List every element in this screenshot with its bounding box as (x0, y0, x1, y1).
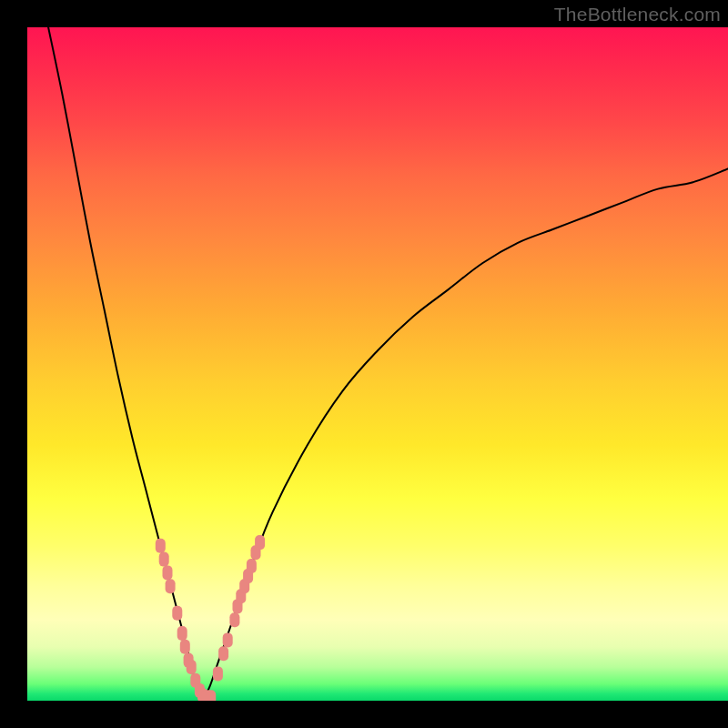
marker-group (156, 535, 265, 701)
data-marker (187, 660, 197, 674)
data-marker (213, 666, 223, 681)
curve-left-branch (48, 27, 202, 701)
data-marker (218, 646, 228, 661)
data-marker (229, 612, 239, 627)
data-marker (206, 690, 216, 701)
data-marker (156, 539, 166, 553)
curve-layer (27, 27, 728, 701)
chart-frame: TheBottleneck.com (0, 0, 728, 728)
data-marker (223, 632, 233, 647)
plot-area (27, 27, 728, 701)
data-marker (180, 640, 190, 654)
data-marker (177, 626, 187, 641)
data-marker (166, 579, 176, 593)
watermark-text: TheBottleneck.com (554, 4, 721, 25)
data-marker (255, 535, 265, 550)
data-marker (247, 559, 257, 573)
data-marker (172, 606, 182, 621)
data-marker (159, 552, 169, 567)
curve-right-branch (203, 168, 729, 701)
data-marker (163, 565, 173, 580)
